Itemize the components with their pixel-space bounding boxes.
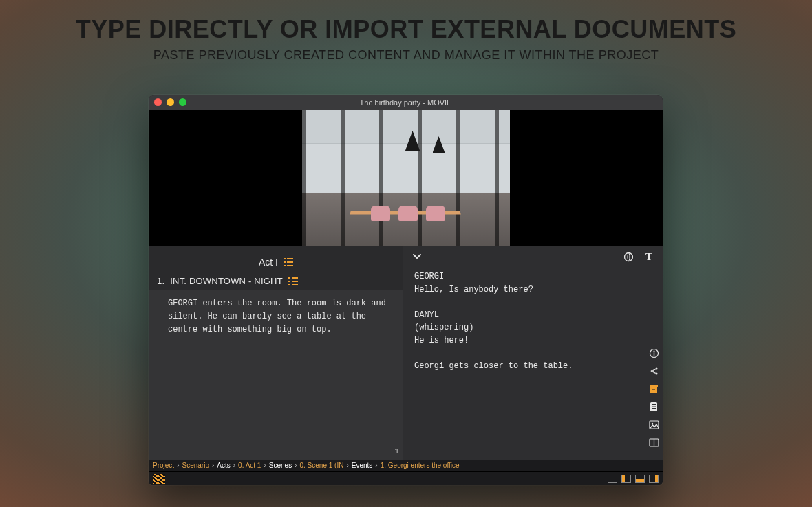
svg-rect-8 <box>650 387 657 393</box>
document-icon[interactable] <box>648 400 660 413</box>
minimize-icon[interactable] <box>167 98 174 106</box>
breadcrumb-separator: › <box>264 462 266 469</box>
list-icon[interactable] <box>288 277 298 285</box>
breadcrumb-separator: › <box>375 462 377 469</box>
info-icon[interactable] <box>648 347 660 359</box>
svg-rect-11 <box>652 404 656 405</box>
breadcrumb-separator: › <box>295 462 297 469</box>
svg-point-15 <box>651 422 652 424</box>
scene-number: 1. <box>157 276 164 286</box>
breadcrumb: Project›Scenario›Acts›0. Act 1›Scenes›0.… <box>149 460 663 471</box>
share-icon[interactable] <box>648 365 660 377</box>
breadcrumb-item[interactable]: Acts <box>217 462 230 469</box>
breadcrumb-separator: › <box>177 462 179 469</box>
layout-bottom-icon[interactable] <box>635 475 645 483</box>
breadcrumb-item[interactable]: Scenes <box>269 462 292 469</box>
svg-rect-12 <box>652 406 656 407</box>
outline-pane: Act I 1. INT. DOWNTOWN - NIGHT GEORGI en… <box>149 246 403 460</box>
breadcrumb-item[interactable]: 0. Act 1 <box>238 462 261 469</box>
fullscreen-icon[interactable] <box>179 98 186 106</box>
bottom-bar <box>149 471 663 485</box>
scene-heading: INT. DOWNTOWN - NIGHT <box>170 276 283 286</box>
svg-point-2 <box>653 350 654 352</box>
breadcrumb-item[interactable]: 0. Scene 1 (IN <box>299 462 343 469</box>
layout-right-icon[interactable] <box>649 475 659 483</box>
breadcrumb-separator: › <box>233 462 235 469</box>
window-title: The birthday party - MOVIE <box>149 98 663 107</box>
layout-single-icon[interactable] <box>608 475 617 483</box>
script-text[interactable]: GEORGI Hello, Is anybody there? DANYL (w… <box>403 265 663 384</box>
svg-rect-7 <box>650 385 658 387</box>
breadcrumb-separator: › <box>346 462 348 469</box>
breadcrumb-item[interactable]: Events <box>352 462 373 469</box>
svg-rect-9 <box>652 389 655 390</box>
script-pane: T GEORGI Hello, Is anybody there? DANYL … <box>403 246 663 460</box>
clapperboard-icon[interactable] <box>153 474 165 484</box>
layout-icon[interactable] <box>648 436 660 449</box>
scene-preview-image <box>302 110 510 246</box>
chevron-down-icon[interactable] <box>412 251 423 262</box>
close-icon[interactable] <box>154 98 162 106</box>
scene-heading-row[interactable]: 1. INT. DOWNTOWN - NIGHT <box>149 273 403 290</box>
app-window: The birthday party - MOVIE Act I 1. INT.… <box>149 95 663 485</box>
page-number: 1 <box>394 447 399 455</box>
scene-action-text[interactable]: GEORGI enters the room. The room is dark… <box>149 290 403 460</box>
marketing-headline: TYPE DIRECTLY OR IMPORT EXTERNAL DOCUMEN… <box>0 0 812 44</box>
breadcrumb-item[interactable]: Scenario <box>182 462 209 469</box>
breadcrumb-separator: › <box>212 462 214 469</box>
image-icon[interactable] <box>648 418 660 431</box>
archive-icon[interactable] <box>648 382 660 395</box>
right-sidebar-icons <box>648 347 660 449</box>
marketing-subhead: PASTE PREVIOUSLY CREATED CONTENT AND MAN… <box>0 48 812 63</box>
breadcrumb-item[interactable]: Project <box>153 462 174 469</box>
text-format-icon[interactable]: T <box>643 251 654 262</box>
globe-icon[interactable] <box>623 251 634 262</box>
svg-rect-3 <box>653 352 654 356</box>
breadcrumb-item[interactable]: 1. Georgi enters the office <box>381 462 460 469</box>
svg-rect-13 <box>652 408 656 409</box>
list-icon[interactable] <box>284 258 293 266</box>
layout-left-icon[interactable] <box>621 475 631 483</box>
scene-preview <box>149 110 663 246</box>
act-label: Act I <box>259 257 278 268</box>
titlebar: The birthday party - MOVIE <box>149 95 663 110</box>
